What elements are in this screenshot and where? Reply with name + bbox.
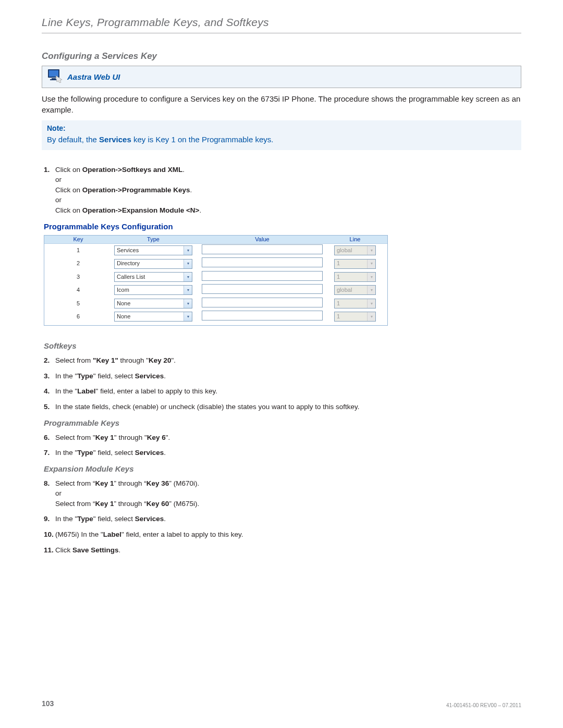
txt: Key 1 [95,434,114,441]
txt: . [164,515,166,523]
softkeys-heading: Softkeys [44,340,521,351]
txt: Select from “ [55,479,95,487]
col-header-value: Value [194,236,330,243]
txt: Type [77,372,93,380]
txt: Key 1 [95,500,114,508]
chevron-down-icon: ▾ [367,312,375,321]
chevron-down-icon: ▾ [183,312,192,321]
key-number: 1 [44,246,112,254]
chevron-down-icon: ▾ [183,246,192,255]
page-footer: 103 41-001451-00 REV00 – 07.2011 [42,699,521,709]
expansion-module-keys-heading: Expansion Module Keys [44,463,521,474]
txt: Key 1 [95,479,114,487]
step-number: 3. [44,371,55,381]
step-7: 7. In the "Type" field, select Services. [44,448,521,458]
txt: " field, enter a label to apply to this … [121,530,243,538]
txt: or [55,488,521,499]
txt: ” (M675i). [169,500,199,508]
type-select-value: Callers List [117,273,145,281]
txt: " through " [114,434,147,441]
type-select[interactable]: Services▾ [114,245,192,255]
step-10: 10. (M675i) In the "Label" field, enter … [44,529,521,540]
line-select-value: 1 [337,273,340,281]
line-select-value: global [337,286,352,294]
txt: In the " [55,372,77,380]
type-select[interactable]: Icom▾ [114,285,192,295]
note-label: Note: [47,124,516,134]
col-header-key: Key [44,236,112,243]
value-input[interactable] [202,271,323,281]
config-row: 6None▾1▾ [44,310,387,323]
value-input[interactable] [202,284,323,294]
txt: In the state fields, check (enable) or u… [55,402,521,412]
col-header-type: Type [112,236,194,243]
type-select-value: Directory [117,260,140,267]
chevron-down-icon: ▾ [367,246,375,255]
txt: ” through “ [114,500,146,508]
key-number: 2 [44,260,112,267]
txt: In the " [55,515,77,523]
line-select: 1▾ [334,299,376,309]
section-title: Configuring a Services Key [42,50,521,63]
step-number: 9. [44,514,55,524]
type-select[interactable]: Directory▾ [114,259,192,269]
chevron-down-icon: ▾ [367,299,375,308]
txt: In the " [55,449,77,456]
chevron-down-icon: ▾ [367,260,375,268]
col-header-line: Line [330,236,380,243]
txt: Label [77,387,95,395]
txt: Click on [55,166,82,174]
config-table: Key Type Value Line 1Services▾global▾2Di… [44,235,388,326]
txt: Select from " [55,434,95,441]
key-number: 4 [44,286,112,294]
txt: Select from “ [55,500,95,508]
step-number: 1. [44,165,55,216]
txt: Services [135,449,164,456]
key-number: 3 [44,273,112,281]
line-select: 1▾ [334,312,376,322]
line-select-value: 1 [337,260,340,267]
txt: or [55,195,521,205]
type-select[interactable]: Callers List▾ [114,272,192,282]
type-select-value: Services [117,246,139,254]
config-row: 2Directory▾1▾ [44,257,387,270]
step-9: 9. In the "Type" field, select Services. [44,514,521,524]
svg-rect-1 [49,70,58,77]
txt: Key 60 [146,500,169,508]
txt: Services [135,372,164,380]
chevron-down-icon: ▾ [183,299,192,308]
txt: "Key 1" [93,356,118,364]
note-text-post: key is Key 1 on the Programmable keys. [131,135,274,144]
key-number: 6 [44,313,112,320]
note-box: Note: By default, the Services key is Ke… [42,120,521,150]
step-number: 2. [44,355,55,366]
type-select-value: None [117,300,130,307]
txt: Label [103,530,121,538]
value-input[interactable] [202,244,323,254]
chevron-down-icon: ▾ [183,273,192,281]
note-text-bold: Services [99,135,131,144]
txt: ". [172,356,176,364]
value-input[interactable] [202,311,323,320]
monitor-icon [46,68,63,85]
step-number: 7. [44,448,55,458]
txt: Click [55,546,72,554]
banner-label: Aastra Web UI [67,71,120,82]
value-input[interactable] [202,257,323,267]
txt: Key 20 [149,356,172,364]
step-1: 1. Click on Operation->Softkeys and XML.… [44,165,521,216]
txt: (M675i) In the " [55,530,103,538]
txt: Type [77,515,93,523]
txt: Click on [55,206,82,214]
txt: ” (M670i). [169,479,199,487]
line-select: global▾ [334,245,376,255]
header-divider [42,33,521,33]
type-select[interactable]: None▾ [114,312,192,322]
type-select[interactable]: None▾ [114,299,192,309]
step-number: 4. [44,386,55,397]
chevron-down-icon: ▾ [367,286,375,294]
value-input[interactable] [202,298,323,307]
page-header-title: Line Keys, Programmable Keys, and Softke… [42,15,521,30]
line-select: global▾ [334,285,376,295]
txt: " field, select [93,372,135,380]
